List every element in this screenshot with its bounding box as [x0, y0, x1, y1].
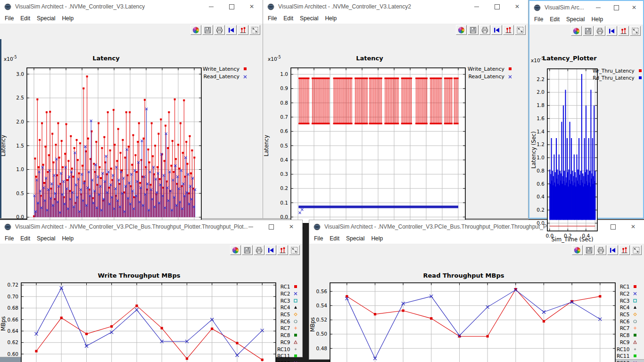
maximize-button[interactable] [494, 3, 500, 10]
menu-edit[interactable]: Edit [17, 14, 33, 23]
menu-special[interactable]: Special [297, 14, 322, 23]
plot-icon-button[interactable] [503, 25, 514, 35]
menu-edit[interactable]: Edit [17, 234, 33, 243]
close-button[interactable]: ✕ [630, 223, 636, 230]
close-button[interactable]: ✕ [288, 223, 295, 230]
save-icon-button[interactable] [584, 245, 594, 255]
window-content: x10-5 Latency 0.000.050.100.150.200.250.… [263, 24, 528, 218]
menu-special[interactable]: Special [343, 234, 368, 243]
rewind-icon-button[interactable] [265, 245, 276, 255]
minimize-button[interactable] [248, 223, 254, 230]
legend-marker-sqo [632, 298, 638, 304]
menu-special[interactable]: Special [33, 234, 58, 243]
menu-edit[interactable]: Edit [546, 15, 563, 24]
close-button[interactable]: ✕ [631, 4, 637, 11]
expand-icon-button[interactable] [630, 26, 641, 36]
menu-file[interactable]: File [311, 234, 326, 243]
svg-text:1.0: 1.0 [16, 166, 24, 172]
titlebar[interactable]: VisualSim Architect - .NVMe_Controller_V… [263, 0, 528, 13]
palette-icon [457, 26, 465, 34]
minimize-icon [209, 7, 214, 7]
legend-marker-trio [293, 339, 298, 345]
legend: RC1RC2RC3RC4RC5RC6RC7RC8RC9RC10RC11RC12 [277, 283, 298, 362]
plot-icon-button[interactable] [618, 26, 629, 36]
maximize-button[interactable] [610, 223, 616, 230]
minimize-button[interactable] [208, 3, 215, 10]
palette-icon-button[interactable] [571, 26, 582, 36]
menu-file[interactable]: File [1, 234, 17, 243]
menu-help[interactable]: Help [58, 234, 77, 243]
legend-item-rc10: RC10 [277, 346, 298, 353]
menu-help[interactable]: Help [588, 15, 606, 24]
save-icon-button[interactable] [202, 25, 213, 35]
window-write-throughput: VisualSim Architect - .NVMe_Controller_V… [0, 220, 302, 357]
rewind-icon-button[interactable] [491, 25, 502, 35]
expand-icon-button[interactable] [631, 245, 642, 255]
svg-text:0.0: 0.0 [16, 214, 24, 220]
menu-special[interactable]: Special [33, 14, 58, 23]
palette-icon-button[interactable] [230, 245, 241, 255]
menu-file[interactable]: File [1, 14, 17, 23]
save-icon-button[interactable] [242, 245, 253, 255]
plot-icon-button[interactable] [277, 245, 288, 255]
rewind-icon-button[interactable] [226, 25, 237, 35]
print-icon-button[interactable] [214, 25, 225, 35]
maximize-button[interactable] [228, 3, 235, 10]
toolbar [229, 245, 300, 255]
menu-file[interactable]: File [531, 15, 546, 24]
close-button[interactable]: ✕ [248, 3, 255, 10]
legend: Write_LatencyRead_Latency [203, 65, 248, 81]
plot-icon-button[interactable] [619, 245, 630, 255]
menu-file[interactable]: File [264, 14, 280, 23]
maximize-button[interactable] [268, 223, 274, 230]
rewind-icon-button[interactable] [607, 245, 618, 255]
print-icon [255, 247, 263, 254]
legend-marker-plus [632, 325, 638, 331]
svg-text:1.4: 1.4 [537, 129, 545, 134]
rewind-icon-button[interactable] [606, 26, 617, 36]
expand-icon-button[interactable] [515, 25, 526, 35]
print-icon-button[interactable] [254, 245, 264, 255]
save-icon-button[interactable] [583, 26, 594, 36]
print-icon-button[interactable] [594, 26, 605, 36]
svg-text:0.54: 0.54 [316, 303, 328, 308]
legend-label: RC6 [620, 319, 630, 324]
rewind-icon [608, 27, 616, 35]
expand-icon-button[interactable] [289, 245, 300, 255]
expand-icon-button[interactable] [249, 25, 260, 35]
minimize-button[interactable] [473, 3, 480, 10]
plot-icon-button[interactable] [238, 25, 248, 35]
print-icon-button[interactable] [595, 245, 606, 255]
menu-edit[interactable]: Edit [326, 234, 343, 243]
svg-text:0.56: 0.56 [316, 288, 328, 294]
minimize-button[interactable] [595, 4, 602, 11]
close-button[interactable]: ✕ [514, 3, 520, 10]
menu-bar: FileEditSpecialHelp [263, 13, 528, 24]
titlebar[interactable]: VisualSim Architect - .NVMe_Controller_V… [0, 0, 263, 13]
palette-icon-button[interactable] [572, 245, 583, 255]
app-icon [534, 4, 541, 11]
toolbar [570, 26, 641, 36]
palette-icon-button[interactable] [456, 25, 467, 35]
legend-label: RC2 [620, 291, 630, 296]
save-icon-button[interactable] [468, 25, 479, 35]
menu-help[interactable]: Help [322, 14, 340, 23]
plot-title: Latency [0, 55, 212, 62]
save-icon [469, 26, 477, 34]
legend-item-rc3: RC3 [620, 297, 638, 304]
maximize-button[interactable] [613, 4, 619, 11]
legend-marker-sq [293, 332, 298, 338]
menu-help[interactable]: Help [368, 234, 386, 243]
menu-edit[interactable]: Edit [280, 14, 297, 23]
svg-text:1.6: 1.6 [537, 115, 545, 121]
menu-special[interactable]: Special [563, 15, 588, 24]
menu-help[interactable]: Help [58, 14, 77, 23]
svg-text:Sim_Time (Sec): Sim_Time (Sec) [552, 236, 594, 243]
legend-item-rc4: RC4 [620, 304, 638, 311]
legend-marker-sq [507, 66, 513, 72]
print-icon-button[interactable] [479, 25, 490, 35]
titlebar[interactable]: VisualSim Arc... ✕ [529, 1, 643, 14]
svg-text:0.50: 0.50 [316, 331, 327, 337]
palette-icon-button[interactable] [190, 25, 201, 35]
titlebar[interactable]: VisualSim Architect - .NVMe_Controller_V… [0, 220, 302, 233]
